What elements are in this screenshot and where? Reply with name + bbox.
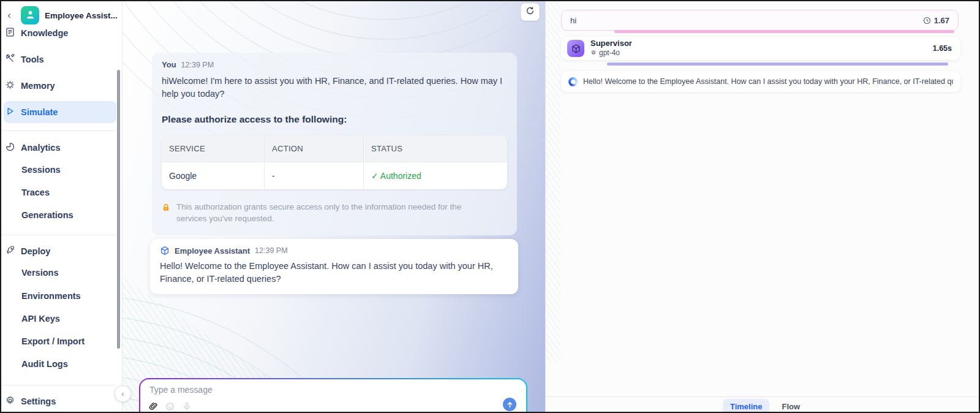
document-icon [5, 27, 15, 40]
timeline-bar-query [614, 30, 954, 33]
spiral-icon [568, 77, 578, 86]
sidebar-item-analytics[interactable]: Analytics [4, 138, 60, 157]
sidebar-item-versions[interactable]: Versions [4, 263, 58, 282]
sidebar-item-memory[interactable]: Memory [4, 76, 55, 96]
sidebar-item-label: Analytics [21, 143, 60, 153]
background-hatch [546, 1, 560, 363]
sidebar-item-export-import[interactable]: Export / Import [4, 332, 85, 350]
tabs-divider [546, 396, 979, 397]
attach-icon[interactable] [148, 401, 157, 411]
mic-icon[interactable] [183, 401, 191, 411]
agent-model: gpt-4o [599, 48, 620, 57]
app-window: ‹ Employee Assist... Knowledge Tools Mem… [0, 0, 980, 413]
message-input[interactable] [148, 384, 506, 395]
trace-query-row[interactable]: hi 1.67 [561, 10, 959, 31]
user-message-card: You 12:39 PM hiWelcome! I'm here to assi… [152, 53, 517, 235]
table-header-action: ACTION [264, 135, 363, 162]
cube-icon [160, 246, 170, 256]
message-text: Hello! Welcome to the Employee Assistant… [160, 260, 508, 286]
pie-chart-icon [5, 142, 15, 154]
sidebar-item-label: API Keys [21, 314, 60, 324]
refresh-icon [526, 6, 535, 18]
sidebar-item-label: Knowledge [21, 28, 68, 38]
table-row: Google - ✓ Authorized [162, 162, 507, 189]
tab-flow[interactable]: Flow [779, 399, 802, 413]
authorization-table: SERVICE ACTION STATUS Google - ✓ Authori… [162, 135, 507, 189]
sidebar-item-label: Sessions [21, 165, 61, 175]
sidebar-divider [1, 131, 115, 131]
sidebar-item-label: Generations [21, 210, 74, 220]
clock-icon [923, 17, 931, 25]
sidebar-item-label: Memory [21, 81, 55, 91]
assistant-message-card: Employee Assistant 12:39 PM Hello! Welco… [150, 239, 518, 294]
status-cell: ✓ Authorized [363, 162, 507, 189]
play-icon [5, 106, 15, 119]
app-title: Employee Assist... [45, 11, 118, 20]
sidebar-item-traces[interactable]: Traces [4, 183, 50, 202]
agent-cube-icon [567, 40, 584, 57]
sidebar-item-api-keys[interactable]: API Keys [4, 309, 60, 328]
send-button[interactable] [503, 398, 516, 411]
sidebar-item-generations[interactable]: Generations [4, 206, 74, 224]
sidebar: ‹ Employee Assist... Knowledge Tools Mem… [1, 1, 123, 412]
sidebar-scrollbar[interactable] [117, 70, 120, 349]
sidebar-item-settings[interactable]: Settings [4, 392, 56, 411]
response-text: Hello! Welcome to the Employee Assistant… [583, 77, 953, 86]
memory-icon [5, 80, 15, 93]
sidebar-item-audit-logs[interactable]: Audit Logs [4, 355, 68, 373]
trace-response-row[interactable]: Hello! Welcome to the Employee Assistant… [561, 71, 960, 92]
sidebar-item-environments[interactable]: Environments [4, 287, 81, 305]
message-sender: Employee Assistant [175, 246, 250, 256]
sidebar-item-sessions[interactable]: Sessions [4, 161, 61, 179]
message-sender: You [162, 60, 176, 69]
authorize-heading: Please authorize access to the following… [162, 114, 507, 125]
table-header-service: SERVICE [162, 135, 264, 162]
lock-icon [162, 203, 170, 224]
sidebar-item-knowledge[interactable]: Knowledge [4, 23, 68, 43]
sidebar-item-label: Deploy [21, 246, 50, 256]
query-text: hi [570, 16, 576, 25]
chat-panel: You 12:39 PM hiWelcome! I'm here to assi… [122, 1, 545, 412]
trace-agent-row[interactable]: Supervisor gpt-4o 1.65s [561, 37, 960, 60]
agent-name: Supervisor [590, 39, 632, 48]
trace-panel: hi 1.67 Supervisor gpt-4o 1.65s He [545, 1, 979, 412]
sidebar-item-label: Settings [21, 396, 56, 406]
message-time: 12:39 PM [181, 61, 214, 69]
sidebar-collapse-button[interactable]: ‹ [115, 385, 131, 402]
sidebar-item-tools[interactable]: Tools [4, 50, 44, 69]
sidebar-item-label: Versions [21, 268, 58, 278]
sidebar-header: ‹ Employee Assist... [1, 5, 122, 26]
message-time: 12:39 PM [255, 246, 288, 255]
rocket-icon [5, 245, 15, 258]
sidebar-item-label: Audit Logs [21, 359, 68, 369]
authorization-note: This authorization grants secure access … [176, 201, 492, 224]
arrow-up-icon [507, 401, 513, 408]
action-cell: - [264, 162, 363, 189]
view-tabs: Timeline Flow [546, 399, 979, 413]
message-input-container [139, 378, 527, 412]
app-logo [21, 6, 39, 25]
timeline-bar-agent [607, 63, 948, 66]
query-duration: 1.67 [934, 16, 949, 25]
sidebar-item-deploy[interactable]: Deploy [4, 241, 50, 261]
sidebar-divider [1, 385, 115, 385]
emoji-icon[interactable] [165, 402, 175, 411]
sidebar-item-label: Environments [21, 291, 81, 301]
refresh-button[interactable] [521, 3, 540, 21]
service-cell: Google [162, 162, 264, 189]
back-chevron-icon[interactable]: ‹ [1, 9, 17, 21]
agent-duration: 1.65s [933, 44, 952, 53]
tools-icon [5, 53, 15, 66]
sidebar-divider [1, 235, 115, 235]
sidebar-item-simulate[interactable]: Simulate [4, 101, 116, 123]
sidebar-item-label: Traces [21, 188, 50, 197]
sidebar-item-label: Simulate [21, 107, 58, 117]
tab-timeline[interactable]: Timeline [723, 399, 770, 413]
table-header-status: STATUS [363, 135, 507, 162]
sidebar-item-label: Tools [21, 55, 44, 64]
person-icon [24, 9, 36, 23]
sidebar-item-label: Export / Import [21, 336, 85, 346]
gear-icon [5, 395, 15, 408]
message-text: hiWelcome! I'm here to assist you with H… [162, 75, 507, 100]
model-icon [590, 50, 597, 56]
